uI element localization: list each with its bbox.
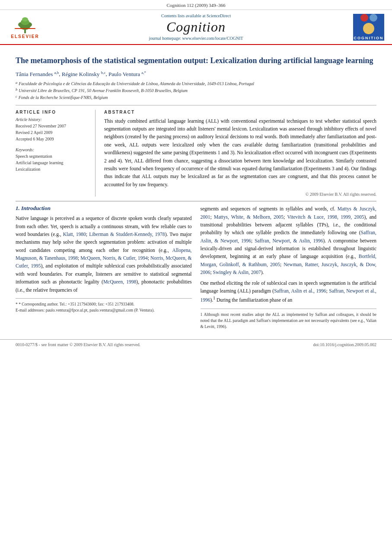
accepted-date: Accepted 6 May 2009 <box>16 136 90 142</box>
keyword-3: Lexicalization <box>16 166 90 172</box>
intro-col-right: segments and sequences of segments in sy… <box>201 205 377 330</box>
affiliation-a: a Faculdade de Psicologia e de Ciências … <box>16 80 376 87</box>
affiliation-b: b Université Libre de Bruxelles, CP 191,… <box>16 87 376 94</box>
elsevier-tree-icon <box>14 15 36 34</box>
ref-swingley[interactable]: Swingley & Aslin, 2007 <box>213 270 261 275</box>
article-info-col: ARTICLE INFO Article history: Received 2… <box>16 110 96 197</box>
logo-circle-red <box>360 14 368 22</box>
journal-center: Contents lists available at ScienceDirec… <box>42 13 350 41</box>
ref-klatt[interactable]: Klatt, 1980 <box>63 232 86 237</box>
cognition-logo-box: COGNITION <box>353 14 384 41</box>
affiliation-c-text: Fonds de la Recherche Scientifique-FNRS,… <box>19 94 108 101</box>
introduction-section: 1. Introduction Native language is perce… <box>16 205 376 330</box>
intro-col-left: 1. Introduction Native language is perce… <box>16 205 192 330</box>
keyword-1: Speech segmentation <box>16 153 90 159</box>
ref-saffran1996b[interactable]: Saffran, Newport, & Aslin, 1996 <box>255 238 323 243</box>
intro-para-right-1: segments and sequences of segments in sy… <box>201 205 377 277</box>
journal-header: ELSEVIER Contents lists available at Sci… <box>0 10 392 45</box>
authors: Tânia Fernandes a,b, Régine Kolinsky b,c… <box>16 70 376 77</box>
author-paulo: Paulo Ventura a,* <box>108 71 146 77</box>
elsevier-text: ELSEVIER <box>11 34 39 39</box>
corresponding-note-text: * Corresponding author. Tel.: +351 21794… <box>19 302 134 306</box>
ref-mcqueen1998[interactable]: McQueen, 1998 <box>103 279 136 284</box>
intro-heading: 1. Introduction <box>16 205 192 212</box>
section-divider <box>16 201 376 201</box>
article-info-heading: ARTICLE INFO <box>16 110 90 115</box>
author-tania: Tânia Fernandes a,b <box>16 71 59 77</box>
svg-point-5 <box>22 17 28 22</box>
history-label: Article history: <box>16 117 90 122</box>
citation-text: Cognition 112 (2009) 349–366 <box>166 3 225 8</box>
abstract-heading: ABSTRACT <box>104 110 376 115</box>
footnote-area-left: * * Corresponding author. Tel.: +351 217… <box>16 298 192 314</box>
cognition-logo: COGNITION <box>350 14 384 41</box>
bottom-bar: 0010-0277/$ - see front matter © 2009 El… <box>0 339 392 350</box>
affiliation-c: c Fonds de la Recherche Scientifique-FNR… <box>16 94 376 101</box>
keywords-label: Keywords: <box>16 147 90 152</box>
journal-homepage[interactable]: journal homepage: www.elsevier.com/locat… <box>42 36 350 41</box>
article-info-abstract: ARTICLE INFO Article history: Received 2… <box>16 105 376 197</box>
keywords-block: Keywords: Speech segmentation Artificial… <box>16 147 90 172</box>
keyword-2: Artificial language learning <box>16 159 90 166</box>
corresponding-note: * * Corresponding author. Tel.: +351 217… <box>16 301 192 307</box>
sciencedirect-link[interactable]: Contents lists available at ScienceDirec… <box>42 13 350 18</box>
journal-citation: Cognition 112 (2009) 349–366 <box>0 0 392 10</box>
author-regine: Régine Kolinsky b,c <box>62 71 106 77</box>
intro-title: Introduction <box>21 205 51 211</box>
homepage-text: journal homepage: www.elsevier.com/locat… <box>149 36 243 41</box>
intro-para-right-2: One method eliciting the role of sublexi… <box>201 279 377 304</box>
svg-rect-6 <box>15 28 35 29</box>
intro-number: 1. <box>16 205 20 211</box>
journal-name: Cognition <box>42 19 350 35</box>
footnote-1-text: 1 Although most recent studies adopt the… <box>201 312 377 330</box>
ref-mcqueen1994[interactable]: McQueen, Norris, & Cutler, 1994 <box>80 255 148 261</box>
ref-liberman[interactable]: Liberman & Studdert-Kennedy, 1978 <box>89 232 165 237</box>
main-content: The metamorphosis of the statistical seg… <box>0 45 392 335</box>
intro-para-1: Native language is perceived as a sequen… <box>16 214 192 294</box>
ref-saffran1996c[interactable]: Saffran, Aslin et al., 1996 <box>274 288 326 293</box>
elsevier-logo: ELSEVIER <box>8 15 42 39</box>
page: Cognition 112 (2009) 349–366 ELSEVIER C <box>0 0 392 535</box>
revised-date: Revised 2 April 2009 <box>16 129 90 136</box>
logo-circle-blue <box>370 14 377 22</box>
bottom-doi[interactable]: doi:10.1016/j.cognition.2009.05.002 <box>313 342 376 347</box>
footnote-area-right: 1 Although most recent studies adopt the… <box>201 309 377 330</box>
logo-circle-yellow <box>363 23 374 34</box>
article-title: The metamorphosis of the statistical seg… <box>16 55 376 66</box>
ref-vitevitch[interactable]: Vitevitch & Luce, 1998, 1999, 2005 <box>287 214 364 220</box>
bottom-copyright: 0010-0277/$ - see front matter © 2009 El… <box>16 342 140 347</box>
abstract-col: ABSTRACT This study combined artificial … <box>104 110 376 197</box>
affiliation-a-text: Faculdade de Psicologia e de Ciências da… <box>19 80 254 87</box>
sciencedirect-text: Contents lists available at ScienceDirec… <box>161 13 231 18</box>
article-history-block: Article history: Received 27 November 20… <box>16 117 90 142</box>
affiliation-b-text: Université Libre de Bruxelles, CP 191, 5… <box>19 87 188 94</box>
cognition-label: COGNITION <box>354 36 384 40</box>
abstract-text: This study combined artificial language … <box>104 117 376 189</box>
email-note: E-mail addresses: paulo.ventura@fpce.ul.… <box>16 307 192 313</box>
phase-word: phase <box>270 297 281 303</box>
abstract-copyright: © 2009 Elsevier B.V. All rights reserved… <box>104 192 376 197</box>
affiliations: a Faculdade de Psicologia e de Ciências … <box>16 80 376 101</box>
received-date: Received 27 November 2007 <box>16 123 90 129</box>
ref-mattys2005[interactable]: Mattys, White, & Melhorn, 2005 <box>214 214 284 220</box>
